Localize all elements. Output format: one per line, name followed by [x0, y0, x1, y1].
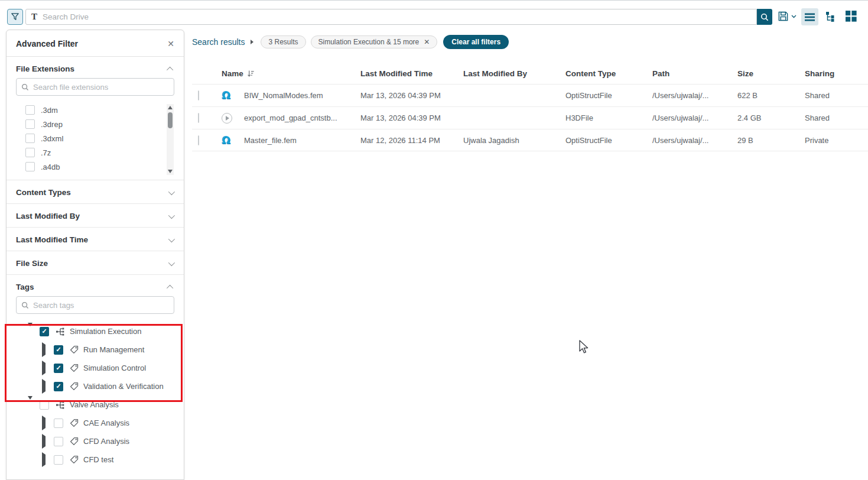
checkbox-checked[interactable]	[54, 382, 63, 391]
checkbox[interactable]	[25, 134, 35, 143]
extension-label: .a4db	[41, 163, 60, 171]
list-view-button[interactable]	[801, 8, 818, 25]
checkbox-unchecked[interactable]	[40, 400, 49, 410]
column-header-last-modified-time[interactable]: Last Modified Time	[360, 69, 463, 78]
table-row[interactable]: export_mod_gpad_cntstb... Mar 13, 2026 0…	[192, 106, 868, 129]
optistruct-file-icon: Ω	[222, 90, 244, 100]
results-count-label: 3 Results	[268, 38, 298, 46]
advanced-filter-button[interactable]	[7, 9, 23, 25]
scrollbar-thumb[interactable]	[168, 112, 173, 128]
row-checkbox[interactable]	[198, 135, 199, 145]
row-checkbox[interactable]	[198, 113, 199, 123]
tree-view-button[interactable]	[825, 11, 836, 24]
checkbox-checked[interactable]	[40, 327, 49, 336]
list-view-icon	[805, 13, 815, 21]
scroll-up-icon[interactable]	[168, 106, 173, 109]
extension-option[interactable]: .a4db	[6, 160, 184, 174]
checkbox-unchecked[interactable]	[54, 419, 63, 428]
section-header-last-modified-by[interactable]: Last Modified By	[6, 204, 184, 227]
chevron-down-icon	[168, 212, 175, 218]
file-extensions-search-input[interactable]	[33, 83, 174, 92]
tags-search	[16, 296, 174, 314]
column-header-name[interactable]: Name	[222, 69, 360, 78]
scroll-down-icon[interactable]	[168, 170, 173, 173]
caret-collapsed-icon[interactable]	[42, 381, 48, 392]
section-title: Tags	[16, 283, 34, 291]
caret-expanded-icon[interactable]	[28, 400, 34, 410]
section-file-extensions: File Extensions .3dm .3drep .3dxml	[6, 57, 184, 180]
chevron-down-icon	[168, 259, 175, 265]
tag-item-validation-verification[interactable]: Validation & Verification	[6, 377, 184, 395]
tag-item-cfd-analysis[interactable]: CFD Analysis	[6, 432, 184, 450]
section-file-size: File Size	[6, 251, 184, 275]
search-button[interactable]	[757, 9, 772, 25]
search-input[interactable]	[43, 12, 756, 21]
breadcrumb-search-results[interactable]: Search results	[192, 37, 245, 47]
file-name[interactable]: Master_file.fem	[244, 136, 360, 145]
checkbox[interactable]	[25, 148, 35, 157]
extension-label: .3dm	[41, 106, 58, 115]
results-table: Name Last Modified Time Last Modified By…	[192, 63, 868, 151]
tag-item-simulation-control[interactable]: Simulation Control	[6, 359, 184, 377]
extension-option[interactable]: .7z	[6, 145, 184, 160]
tag-item-cae-analysis[interactable]: CAE Analysis	[6, 414, 184, 432]
table-row[interactable]: Ω BIW_NomalModes.fem Mar 13, 2026 04:39 …	[192, 84, 868, 106]
close-icon[interactable]: ✕	[167, 40, 174, 48]
search-bar: T	[25, 9, 757, 25]
section-title: File Extensions	[16, 64, 74, 73]
section-tags: Tags	[6, 275, 184, 472]
caret-collapsed-icon[interactable]	[42, 455, 48, 465]
section-header-tags[interactable]: Tags	[6, 275, 184, 294]
checkbox[interactable]	[25, 162, 35, 171]
column-header-content-type[interactable]: Content Type	[565, 69, 652, 78]
column-header-sharing[interactable]: Sharing	[805, 69, 868, 78]
checkbox[interactable]	[25, 119, 35, 129]
caret-collapsed-icon[interactable]	[42, 345, 48, 355]
main-content: Search results 3 Results Simulation Exec…	[192, 35, 868, 151]
section-header-content-types[interactable]: Content Types	[6, 180, 184, 203]
caret-collapsed-icon[interactable]	[42, 418, 48, 429]
clear-all-filters-button[interactable]: Clear all filters	[443, 35, 509, 49]
section-header-last-modified-time[interactable]: Last Modified Time	[6, 228, 184, 251]
checkbox-unchecked[interactable]	[54, 455, 63, 465]
section-title: Last Modified Time	[16, 235, 88, 244]
checkbox[interactable]	[25, 105, 35, 115]
extension-option[interactable]: .3drep	[6, 117, 184, 131]
checkbox-checked[interactable]	[54, 364, 63, 373]
scrollbar[interactable]	[167, 104, 174, 175]
top-toolbar: T	[0, 0, 868, 32]
chevron-down-icon	[168, 235, 175, 242]
grid-view-button[interactable]	[846, 11, 857, 24]
row-checkbox[interactable]	[198, 90, 199, 100]
caret-expanded-icon[interactable]	[28, 326, 34, 337]
tag-icon	[70, 345, 79, 354]
sharing-status: Private	[805, 136, 868, 145]
tag-icon	[70, 364, 79, 372]
section-last-modified-by: Last Modified By	[6, 204, 184, 228]
checkbox-unchecked[interactable]	[54, 437, 63, 446]
section-last-modified-time: Last Modified Time	[6, 228, 184, 251]
caret-collapsed-icon[interactable]	[42, 436, 48, 447]
remove-filter-icon[interactable]: ✕	[424, 38, 430, 46]
column-header-last-modified-by[interactable]: Last Modified By	[463, 69, 565, 78]
file-name[interactable]: BIW_NomalModes.fem	[244, 91, 360, 100]
file-name[interactable]: export_mod_gpad_cntstb...	[244, 113, 360, 122]
save-search-button[interactable]	[778, 11, 797, 22]
tag-item-cfd-test[interactable]: CFD test	[6, 450, 184, 469]
section-header-file-size[interactable]: File Size	[6, 251, 184, 274]
tag-group-valve-analysis[interactable]: Valve Analysis	[6, 395, 184, 414]
caret-collapsed-icon[interactable]	[42, 363, 48, 374]
tag-icon	[70, 382, 79, 391]
checkbox-checked[interactable]	[54, 345, 63, 355]
column-header-path[interactable]: Path	[652, 69, 737, 78]
tag-item-run-management[interactable]: Run Management	[6, 340, 184, 359]
chevron-up-icon	[167, 66, 173, 73]
tag-group-simulation-execution[interactable]: Simulation Execution	[6, 322, 184, 340]
table-row[interactable]: Ω Master_file.fem Mar 12, 2026 11:14 PM …	[192, 129, 868, 151]
extension-option[interactable]: .3dxml	[6, 131, 184, 145]
section-header-file-extensions[interactable]: File Extensions	[6, 57, 184, 76]
column-header-size[interactable]: Size	[737, 69, 805, 78]
extension-option[interactable]: .3dm	[6, 103, 184, 117]
tags-search-input[interactable]	[33, 301, 174, 310]
section-title: Content Types	[16, 188, 71, 197]
